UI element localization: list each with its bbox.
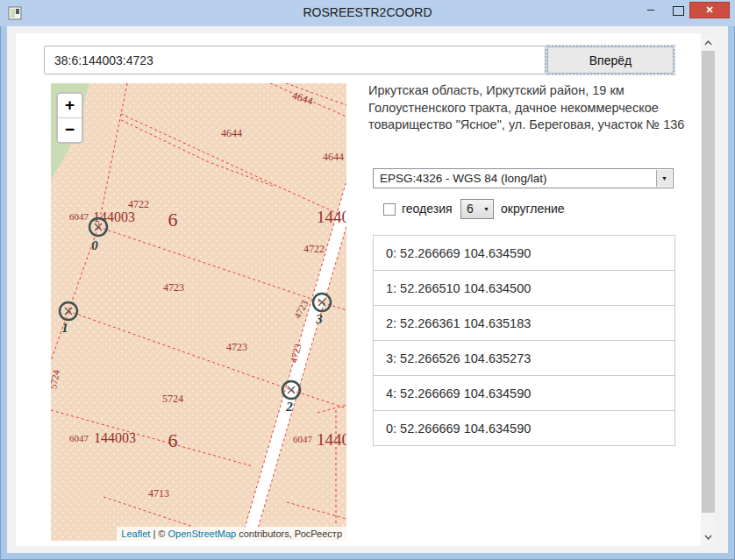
svg-text:1440: 1440	[317, 430, 346, 449]
window-content: Вперёд	[7, 26, 728, 553]
crs-dropdown-button[interactable]: ▼	[656, 170, 672, 187]
coordinate-row: 4: 52.266669 104.634590	[373, 375, 675, 411]
svg-text:1: 1	[61, 321, 68, 335]
coordinate-row: 1: 52.266510 104.634500	[373, 270, 675, 306]
coordinate-list: 0: 52.266669 104.634590 1: 52.266510 104…	[373, 235, 675, 446]
svg-text:144003: 144003	[93, 209, 135, 224]
maximize-button[interactable]	[667, 0, 689, 21]
svg-text:1440: 1440	[317, 208, 346, 226]
svg-text:4644: 4644	[323, 151, 344, 163]
geodesy-label: геодезия	[402, 202, 453, 216]
scroll-up-button[interactable]	[701, 35, 716, 50]
map-labels: 4644 4644 4644 4722 6047 144003 6 1440 4…	[51, 89, 346, 500]
svg-text:0: 0	[91, 238, 98, 252]
map-attribution: Leaflet | © OpenStreetMap contributors, …	[117, 527, 346, 541]
svg-text:4722: 4722	[303, 243, 325, 255]
zoom-in-button[interactable]: +	[58, 94, 82, 118]
svg-text:3: 3	[315, 312, 323, 326]
svg-text:5724: 5724	[51, 369, 61, 390]
svg-text:6047: 6047	[293, 434, 313, 444]
leaflet-link[interactable]: Leaflet	[121, 528, 150, 539]
scrollbar-thumb[interactable]	[702, 51, 715, 513]
svg-text:4723: 4723	[226, 341, 247, 353]
chevron-up-icon	[704, 40, 712, 46]
vertical-scrollbar[interactable]	[701, 35, 716, 544]
svg-text:2: 2	[285, 400, 293, 414]
map-canvas: 4644 4644 4644 4722 6047 144003 6 1440 4…	[51, 83, 346, 541]
minimize-button[interactable]: –	[639, 0, 663, 21]
coordinate-row: 3: 52.266526 104.635273	[373, 340, 675, 376]
chevron-down-icon: ▼	[483, 200, 489, 218]
svg-text:6: 6	[168, 209, 178, 230]
maximize-icon	[673, 6, 684, 16]
svg-text:4644: 4644	[290, 89, 314, 108]
svg-text:4723: 4723	[163, 281, 184, 294]
svg-text:4713: 4713	[148, 487, 169, 500]
svg-text:6: 6	[168, 429, 178, 451]
cadastral-number-input[interactable]	[44, 46, 546, 74]
svg-text:144003: 144003	[94, 430, 136, 445]
crs-select[interactable]: EPSG:4326 - WGS 84 (long/lat) ▼	[373, 168, 674, 188]
coordinate-row: 0: 52.266669 104.634590	[373, 235, 675, 271]
rounding-select[interactable]: 6 ▼	[460, 199, 494, 219]
geodesy-checkbox[interactable]	[383, 203, 396, 216]
map-zoom-control: + −	[56, 92, 83, 144]
attribution-separator: | ©	[150, 528, 168, 539]
rounding-value: 6	[467, 202, 474, 216]
coordinate-row: 0: 52.266669 104.634590	[373, 410, 675, 446]
attribution-suffix: contributors, РосРеестр	[236, 528, 342, 539]
scroll-down-button[interactable]	[701, 529, 716, 544]
openstreetmap-link[interactable]: OpenStreetMap	[168, 528, 236, 539]
coordinate-row: 2: 52.266361 104.635183	[373, 305, 675, 341]
svg-text:6047: 6047	[69, 211, 89, 222]
svg-text:5724: 5724	[162, 393, 183, 405]
svg-text:6047: 6047	[69, 433, 89, 443]
forward-button[interactable]: Вперёд	[546, 45, 675, 75]
close-button[interactable]: ✕	[689, 2, 730, 18]
address-text: Иркутская область, Иркутский район, 19 к…	[368, 82, 696, 134]
chevron-down-icon	[704, 535, 712, 540]
rounding-label: округление	[501, 202, 565, 216]
crs-selected-value: EPSG:4326 - WGS 84 (long/lat)	[380, 172, 547, 185]
window-title: ROSREESTR2COORD	[0, 5, 735, 19]
titlebar[interactable]: ROSREESTR2COORD – ✕	[0, 0, 735, 26]
map[interactable]: 4644 4644 4644 4722 6047 144003 6 1440 4…	[51, 83, 346, 541]
chevron-down-icon: ▼	[661, 175, 667, 181]
svg-text:4722: 4722	[128, 198, 149, 210]
zoom-out-button[interactable]: −	[58, 118, 82, 142]
svg-text:4644: 4644	[221, 127, 242, 139]
